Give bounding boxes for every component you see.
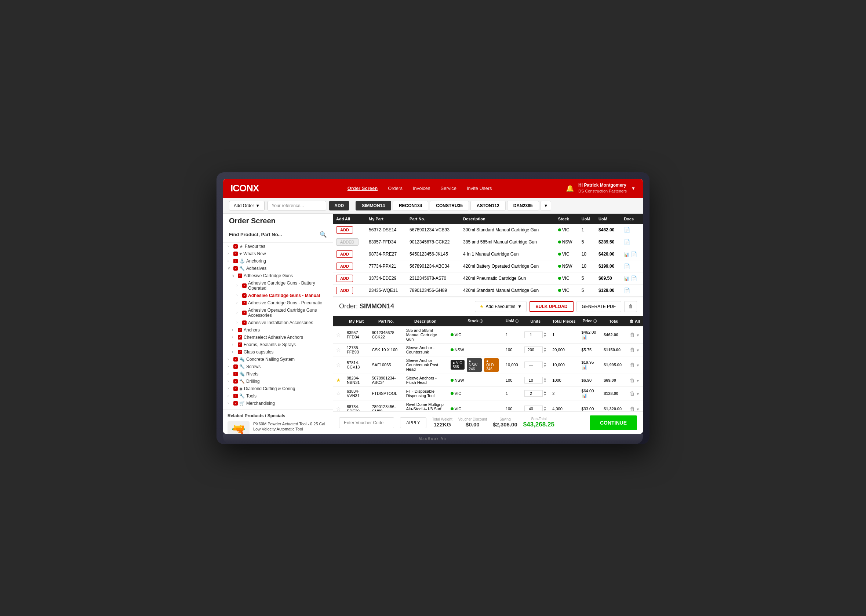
sidebar-item-chemselect[interactable]: › ✓ Chemselect Adhesive Anchors <box>223 334 333 341</box>
star-button[interactable]: ☆ <box>336 391 341 396</box>
add-favourites-button[interactable]: ★ Add Favourites ▼ <box>475 301 527 312</box>
sidebar-item-drilling[interactable]: › ✓ 🔨 Drilling <box>223 378 333 385</box>
checkbox[interactable]: ✓ <box>233 244 238 248</box>
sidebar-item-adhesives[interactable]: ∨ ✓ 🔧 Adhesives <box>223 265 333 272</box>
sidebar-item-pneumatic[interactable]: › ✓ Adhesive Cartridge Guns - Pneumatic <box>223 299 333 306</box>
search-icon[interactable]: 🔍 <box>320 231 327 238</box>
checkbox[interactable]: ✓ <box>233 357 238 361</box>
tab-more[interactable]: ▼ <box>540 201 551 211</box>
checkbox[interactable]: ✓ <box>233 266 238 270</box>
delete-order-button[interactable]: 🗑 <box>624 301 637 312</box>
col-all[interactable]: 🗑 All <box>627 316 643 326</box>
checkbox[interactable]: ✓ <box>233 259 238 263</box>
add-product-button[interactable]: ADD <box>336 287 353 294</box>
quantity-input[interactable] <box>524 405 543 411</box>
document-icon[interactable]: 📄 <box>624 239 630 245</box>
quantity-input[interactable] <box>524 377 543 383</box>
tab-aston112[interactable]: ASTON112 <box>471 201 505 211</box>
quantity-input[interactable] <box>524 332 543 338</box>
delete-row-button[interactable]: 🗑 <box>630 406 635 411</box>
quantity-input[interactable] <box>524 361 543 368</box>
expand-row-button[interactable]: ▼ <box>636 392 639 396</box>
sidebar-item-installation-accessories[interactable]: › ✓ Adhesive Installation Accessories <box>223 319 333 326</box>
checkbox[interactable]: ✓ <box>242 283 247 288</box>
delete-row-button[interactable]: 🗑 <box>630 377 635 383</box>
delete-row-button[interactable]: 🗑 <box>630 347 635 353</box>
chart-icon[interactable]: 📊 <box>624 276 629 281</box>
sidebar-item-foams[interactable]: › ✓ Foams, Sealants & Sprays <box>223 341 333 348</box>
add-product-button[interactable]: ADD <box>336 275 353 282</box>
checkbox[interactable]: ✓ <box>242 301 247 305</box>
document-icon[interactable]: 📄 <box>624 288 630 293</box>
nav-service[interactable]: Service <box>441 185 457 191</box>
star-button[interactable]: ☆ <box>336 362 341 368</box>
sidebar-item-manual[interactable]: › ✓ Adhesive Cartridge Guns - Manual <box>223 292 333 299</box>
sidebar-item-favourites[interactable]: › ✓ ★ Favourites <box>223 243 333 250</box>
checkbox[interactable]: ✓ <box>242 321 247 325</box>
sidebar-item-battery-operated[interactable]: › ✓ Adhesive Cartridge Guns - Battery Op… <box>223 280 333 292</box>
bell-icon[interactable]: 🔔 <box>566 184 574 193</box>
expand-row-button[interactable]: ▼ <box>636 348 639 352</box>
nav-invoices[interactable]: Invoices <box>413 185 430 191</box>
delete-row-button[interactable]: 🗑 <box>630 332 635 338</box>
checkbox[interactable]: ✓ <box>242 293 247 298</box>
add-product-button[interactable]: ADD <box>336 262 353 270</box>
reference-input[interactable] <box>268 201 326 211</box>
checkbox[interactable]: ✓ <box>233 372 238 376</box>
checkbox[interactable]: ✓ <box>233 251 238 256</box>
bulk-upload-button[interactable]: BULK UPLOAD <box>529 301 573 312</box>
voucher-input[interactable] <box>339 417 394 428</box>
chart-icon[interactable]: 📊 <box>582 393 587 398</box>
col-add-all[interactable]: Add All <box>333 214 366 224</box>
add-product-button[interactable]: ADD <box>336 226 353 234</box>
chevron-down-icon[interactable]: ▼ <box>631 186 636 191</box>
apply-voucher-button[interactable]: APPLY <box>400 417 427 428</box>
delete-row-button[interactable]: 🗑 <box>630 391 635 396</box>
nav-order-screen[interactable]: Order Screen <box>348 185 378 191</box>
sidebar-item-rivets[interactable]: › ✓ 🔩 Rivets <box>223 370 333 378</box>
sidebar-item-glass-capsules[interactable]: › ✓ Glass capsules <box>223 348 333 356</box>
quantity-down-button[interactable]: ▼ <box>543 393 546 396</box>
checkbox[interactable]: ✓ <box>238 328 242 332</box>
star-button[interactable]: ☆ <box>336 332 341 338</box>
generate-pdf-button[interactable]: GENERATE PDF <box>576 301 621 312</box>
sidebar-item-adhesive-cartridge-guns[interactable]: ∨ ✓ Adhesive Cartridge Guns <box>223 272 333 280</box>
sidebar-item-whats-new[interactable]: › ✓ ♥ Whats New <box>223 250 333 258</box>
add-order-button[interactable]: Add Order ▼ <box>229 201 265 211</box>
sidebar-item-anchors[interactable]: › ✓ Anchors <box>223 326 333 334</box>
expand-row-button[interactable]: ▼ <box>636 333 639 337</box>
star-button[interactable]: ☆ <box>336 347 341 353</box>
checkbox[interactable]: ✓ <box>233 387 238 391</box>
quantity-down-button[interactable]: ▼ <box>543 365 546 368</box>
chart-icon[interactable]: 📊 <box>624 252 629 257</box>
nav-orders[interactable]: Orders <box>388 185 403 191</box>
document-icon[interactable]: 📄 <box>624 227 630 233</box>
document-icon[interactable]: 📄 <box>624 263 630 269</box>
expand-row-button[interactable]: ▼ <box>636 379 639 383</box>
quantity-input[interactable] <box>524 390 543 397</box>
checkbox[interactable]: ✓ <box>238 273 242 278</box>
sidebar-item-merchandising[interactable]: › ✓ 🛒 Merchandising <box>223 400 333 407</box>
star-button[interactable]: ★ <box>336 377 341 383</box>
sidebar-item-anchoring[interactable]: › ✓ ⚓ Anchoring <box>223 258 333 265</box>
checkbox[interactable]: ✓ <box>238 335 242 339</box>
chart-icon[interactable]: 📊 <box>582 335 587 339</box>
quantity-input[interactable] <box>524 347 543 353</box>
add-product-button[interactable]: ADD <box>336 250 353 258</box>
tab-recon134[interactable]: RECON134 <box>393 201 428 211</box>
chart-icon[interactable]: 📊 <box>582 365 587 369</box>
checkbox[interactable]: ✓ <box>233 379 238 383</box>
sidebar-item-screws[interactable]: › ✓ 🔧 Screws <box>223 363 333 370</box>
sidebar-item-accessories[interactable]: › ✓ Adhesive Operated Cartridge Guns Acc… <box>223 306 333 319</box>
nav-invite-users[interactable]: Invite Users <box>467 185 492 191</box>
expand-row-button[interactable]: ▼ <box>636 407 639 411</box>
delete-row-button[interactable]: 🗑 <box>630 362 635 368</box>
expand-row-button[interactable]: ▼ <box>636 363 639 368</box>
sidebar-item-diamond-cutting[interactable]: › ✓ ◆ Diamond Cutting & Coring <box>223 385 333 392</box>
checkbox[interactable]: ✓ <box>233 394 238 398</box>
continue-button[interactable]: CONTINUE <box>590 415 637 430</box>
tab-simmon14[interactable]: SIMMON14 <box>356 201 391 211</box>
checkbox[interactable]: ✓ <box>242 311 247 315</box>
checkbox[interactable]: ✓ <box>238 343 242 347</box>
tab-constru35[interactable]: CONSTRU35 <box>430 201 469 211</box>
